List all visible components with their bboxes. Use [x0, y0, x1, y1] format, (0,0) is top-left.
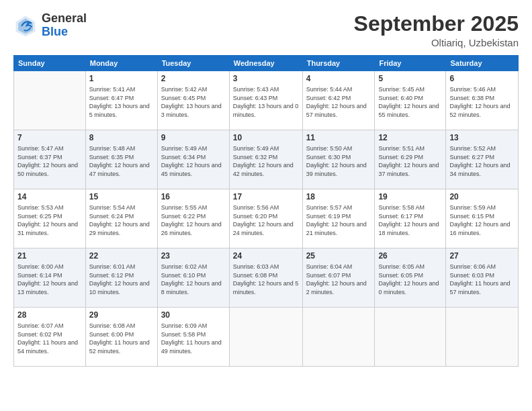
table-row: 22Sunrise: 6:01 AMSunset: 6:12 PMDayligh…: [85, 248, 157, 308]
day-number: 1: [89, 74, 154, 83]
day-info: Sunrise: 5:54 AMSunset: 6:24 PMDaylight:…: [89, 203, 154, 237]
day-number: 30: [161, 310, 226, 320]
day-number: 15: [89, 192, 154, 201]
weekday-header-row: Sunday Monday Tuesday Wednesday Thursday…: [14, 56, 519, 71]
day-number: 25: [306, 251, 371, 261]
day-info: Sunrise: 5:56 AMSunset: 6:20 PMDaylight:…: [233, 203, 299, 237]
day-number: 20: [449, 192, 515, 201]
page: General Blue September 2025 Oltiariq, Uz…: [0, 0, 532, 373]
day-number: 19: [378, 192, 442, 201]
logo-text: General Blue: [42, 12, 87, 39]
day-info: Sunrise: 5:44 AMSunset: 6:42 PMDaylight:…: [306, 85, 371, 119]
day-number: 9: [161, 133, 226, 142]
day-info: Sunrise: 5:51 AMSunset: 6:29 PMDaylight:…: [378, 144, 442, 178]
table-row: 8Sunrise: 5:48 AMSunset: 6:35 PMDaylight…: [85, 130, 157, 189]
table-row: 27Sunrise: 6:06 AMSunset: 6:03 PMDayligh…: [446, 248, 519, 308]
table-row: 21Sunrise: 6:00 AMSunset: 6:14 PMDayligh…: [14, 248, 86, 308]
day-info: Sunrise: 5:41 AMSunset: 6:47 PMDaylight:…: [89, 85, 154, 119]
table-row: 10Sunrise: 5:49 AMSunset: 6:32 PMDayligh…: [229, 130, 302, 189]
day-info: Sunrise: 5:45 AMSunset: 6:40 PMDaylight:…: [378, 85, 442, 119]
table-row: [14, 71, 86, 130]
day-info: Sunrise: 5:59 AMSunset: 6:15 PMDaylight:…: [449, 203, 515, 237]
month-title: September 2025: [354, 12, 519, 36]
day-info: Sunrise: 6:06 AMSunset: 6:03 PMDaylight:…: [449, 263, 515, 296]
table-row: 4Sunrise: 5:44 AMSunset: 6:42 PMDaylight…: [302, 71, 375, 130]
day-info: Sunrise: 6:01 AMSunset: 6:12 PMDaylight:…: [89, 263, 154, 296]
day-number: 13: [449, 133, 515, 142]
table-row: 19Sunrise: 5:58 AMSunset: 6:17 PMDayligh…: [375, 189, 446, 248]
calendar-week-row: 14Sunrise: 5:53 AMSunset: 6:25 PMDayligh…: [14, 189, 519, 248]
logo-icon: [13, 13, 38, 38]
day-info: Sunrise: 6:02 AMSunset: 6:10 PMDaylight:…: [161, 263, 226, 296]
day-number: 24: [233, 251, 299, 261]
day-number: 6: [449, 74, 515, 83]
table-row: 5Sunrise: 5:45 AMSunset: 6:40 PMDaylight…: [375, 71, 446, 130]
calendar-week-row: 1Sunrise: 5:41 AMSunset: 6:47 PMDaylight…: [14, 71, 519, 130]
day-info: Sunrise: 5:55 AMSunset: 6:22 PMDaylight:…: [161, 203, 226, 237]
day-number: 11: [306, 133, 371, 142]
day-number: 22: [89, 251, 154, 261]
day-number: 17: [233, 192, 299, 201]
title-block: September 2025 Oltiariq, Uzbekistan: [354, 12, 519, 48]
day-number: 4: [306, 74, 371, 83]
day-info: Sunrise: 6:03 AMSunset: 6:08 PMDaylight:…: [233, 263, 299, 296]
day-info: Sunrise: 5:53 AMSunset: 6:25 PMDaylight:…: [17, 203, 82, 237]
day-info: Sunrise: 5:47 AMSunset: 6:37 PMDaylight:…: [17, 144, 82, 178]
day-number: 18: [306, 192, 371, 201]
day-number: 28: [17, 310, 82, 320]
table-row: 9Sunrise: 5:49 AMSunset: 6:34 PMDaylight…: [157, 130, 229, 189]
table-row: [375, 308, 446, 367]
day-info: Sunrise: 5:42 AMSunset: 6:45 PMDaylight:…: [161, 85, 226, 119]
table-row: 28Sunrise: 6:07 AMSunset: 6:02 PMDayligh…: [14, 308, 86, 367]
day-number: 7: [17, 133, 82, 142]
table-row: 30Sunrise: 6:09 AMSunset: 5:58 PMDayligh…: [157, 308, 229, 367]
day-number: 10: [233, 133, 299, 142]
day-number: 23: [161, 251, 226, 261]
table-row: 7Sunrise: 5:47 AMSunset: 6:37 PMDaylight…: [14, 130, 86, 189]
table-row: 13Sunrise: 5:52 AMSunset: 6:27 PMDayligh…: [446, 130, 519, 189]
logo: General Blue: [13, 12, 87, 39]
day-number: 12: [378, 133, 442, 142]
header-saturday: Saturday: [446, 56, 519, 71]
day-info: Sunrise: 5:48 AMSunset: 6:35 PMDaylight:…: [89, 144, 154, 178]
table-row: 14Sunrise: 5:53 AMSunset: 6:25 PMDayligh…: [14, 189, 86, 248]
header-monday: Monday: [85, 56, 157, 71]
day-number: 8: [89, 133, 154, 142]
day-number: 26: [378, 251, 442, 261]
day-info: Sunrise: 5:50 AMSunset: 6:30 PMDaylight:…: [306, 144, 371, 178]
day-info: Sunrise: 5:49 AMSunset: 6:32 PMDaylight:…: [233, 144, 299, 178]
table-row: 24Sunrise: 6:03 AMSunset: 6:08 PMDayligh…: [229, 248, 302, 308]
table-row: 12Sunrise: 5:51 AMSunset: 6:29 PMDayligh…: [375, 130, 446, 189]
calendar-week-row: 21Sunrise: 6:00 AMSunset: 6:14 PMDayligh…: [14, 248, 519, 308]
day-number: 27: [449, 251, 515, 261]
header-friday: Friday: [375, 56, 446, 71]
day-number: 3: [233, 74, 299, 83]
table-row: 1Sunrise: 5:41 AMSunset: 6:47 PMDaylight…: [85, 71, 157, 130]
table-row: 3Sunrise: 5:43 AMSunset: 6:43 PMDaylight…: [229, 71, 302, 130]
day-number: 14: [17, 192, 82, 201]
day-info: Sunrise: 5:46 AMSunset: 6:38 PMDaylight:…: [449, 85, 515, 119]
table-row: [229, 308, 302, 367]
header: General Blue September 2025 Oltiariq, Uz…: [13, 12, 519, 48]
calendar-week-row: 7Sunrise: 5:47 AMSunset: 6:37 PMDaylight…: [14, 130, 519, 189]
table-row: 23Sunrise: 6:02 AMSunset: 6:10 PMDayligh…: [157, 248, 229, 308]
day-info: Sunrise: 5:57 AMSunset: 6:19 PMDaylight:…: [306, 203, 371, 237]
header-wednesday: Wednesday: [229, 56, 302, 71]
day-number: 21: [17, 251, 82, 261]
table-row: 18Sunrise: 5:57 AMSunset: 6:19 PMDayligh…: [302, 189, 375, 248]
table-row: [446, 308, 519, 367]
day-number: 5: [378, 74, 442, 83]
day-info: Sunrise: 6:00 AMSunset: 6:14 PMDaylight:…: [17, 263, 82, 296]
table-row: 29Sunrise: 6:08 AMSunset: 6:00 PMDayligh…: [85, 308, 157, 367]
table-row: 25Sunrise: 6:04 AMSunset: 6:07 PMDayligh…: [302, 248, 375, 308]
table-row: 16Sunrise: 5:55 AMSunset: 6:22 PMDayligh…: [157, 189, 229, 248]
calendar-week-row: 28Sunrise: 6:07 AMSunset: 6:02 PMDayligh…: [14, 308, 519, 367]
table-row: [302, 308, 375, 367]
table-row: 17Sunrise: 5:56 AMSunset: 6:20 PMDayligh…: [229, 189, 302, 248]
day-info: Sunrise: 6:07 AMSunset: 6:02 PMDaylight:…: [17, 322, 82, 355]
header-sunday: Sunday: [14, 56, 86, 71]
table-row: 11Sunrise: 5:50 AMSunset: 6:30 PMDayligh…: [302, 130, 375, 189]
day-number: 2: [161, 74, 226, 83]
day-info: Sunrise: 5:58 AMSunset: 6:17 PMDaylight:…: [378, 203, 442, 237]
day-info: Sunrise: 5:49 AMSunset: 6:34 PMDaylight:…: [161, 144, 226, 178]
